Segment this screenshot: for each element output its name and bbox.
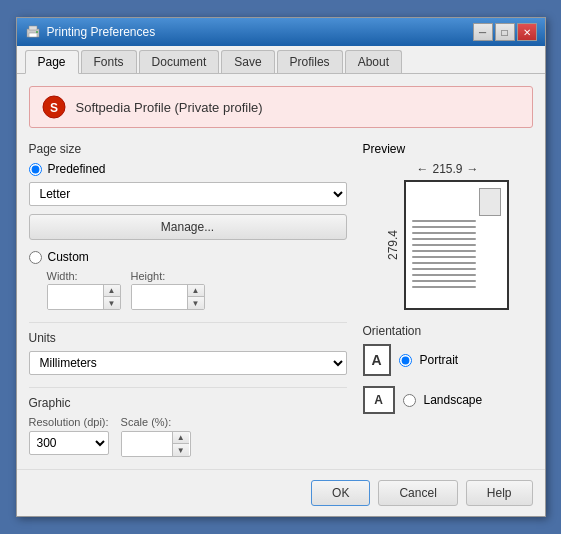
scale-field: Scale (%): 100 ▲ ▼ xyxy=(121,416,191,457)
preview-page-row: 279.4 xyxy=(386,180,509,310)
scale-spinner: 100 ▲ ▼ xyxy=(121,431,191,457)
predefined-radio[interactable] xyxy=(29,163,42,176)
close-button[interactable]: ✕ xyxy=(517,23,537,41)
units-label: Units xyxy=(29,331,347,345)
portrait-option: A Portrait xyxy=(363,344,533,376)
scale-input[interactable]: 100 xyxy=(122,432,172,456)
predefined-label[interactable]: Predefined xyxy=(48,162,106,176)
svg-rect-1 xyxy=(29,26,37,30)
manage-button[interactable]: Manage... xyxy=(29,214,347,240)
tab-fonts[interactable]: Fonts xyxy=(81,50,137,73)
scale-down-btn[interactable]: ▼ xyxy=(173,444,189,456)
landscape-icon: A xyxy=(363,386,395,414)
width-dimension: 215.9 xyxy=(432,162,462,176)
tab-about[interactable]: About xyxy=(345,50,402,73)
tab-document[interactable]: Document xyxy=(139,50,220,73)
left-panel: Page size Predefined Letter A4 A3 Legal xyxy=(29,142,347,457)
height-spinner: 279.4 ▲ ▼ xyxy=(131,284,205,310)
softpedia-icon: S xyxy=(42,95,66,119)
width-label: Width: xyxy=(47,270,121,282)
text-line-5 xyxy=(412,244,476,246)
ok-button[interactable]: OK xyxy=(311,480,370,506)
height-down-btn[interactable]: ▼ xyxy=(188,297,204,309)
width-spinner: 215.9 ▲ ▼ xyxy=(47,284,121,310)
svg-text:S: S xyxy=(49,101,57,115)
main-layout: Page size Predefined Letter A4 A3 Legal xyxy=(29,142,533,457)
preview-width-label: ← 215.9 → xyxy=(416,162,478,176)
landscape-label[interactable]: Landscape xyxy=(424,393,483,407)
title-bar-left: Printing Preferences xyxy=(25,24,156,40)
tab-save[interactable]: Save xyxy=(221,50,274,73)
graphic-section: Graphic Resolution (dpi): 300 600 1200 1… xyxy=(29,396,347,457)
preview-area: ← 215.9 → 279.4 xyxy=(363,162,533,310)
portrait-radio[interactable] xyxy=(399,354,412,367)
height-up-btn[interactable]: ▲ xyxy=(188,285,204,297)
title-bar-controls: ─ □ ✕ xyxy=(473,23,537,41)
separator1 xyxy=(29,322,347,323)
preview-text-lines xyxy=(412,188,476,302)
footer: OK Cancel Help xyxy=(17,469,545,516)
dimensions-row: Width: 215.9 ▲ ▼ Height: 279.4 xyxy=(47,270,347,310)
page-size-label: Page size xyxy=(29,142,347,156)
resolution-field: Resolution (dpi): 300 600 1200 150 xyxy=(29,416,109,457)
width-field: Width: 215.9 ▲ ▼ xyxy=(47,270,121,310)
custom-radio[interactable] xyxy=(29,251,42,264)
width-up-btn[interactable]: ▲ xyxy=(104,285,120,297)
custom-label[interactable]: Custom xyxy=(48,250,89,264)
tab-page[interactable]: Page xyxy=(25,50,79,74)
text-line-7 xyxy=(412,256,476,258)
height-field: Height: 279.4 ▲ ▼ xyxy=(131,270,205,310)
graphic-row: Resolution (dpi): 300 600 1200 150 Scale… xyxy=(29,416,347,457)
portrait-label[interactable]: Portrait xyxy=(420,353,459,367)
size-dropdown-row: Letter A4 A3 Legal xyxy=(29,182,347,206)
width-spinner-btns: ▲ ▼ xyxy=(103,285,120,309)
maximize-button[interactable]: □ xyxy=(495,23,515,41)
height-dimension: 279.4 xyxy=(386,230,400,260)
help-button[interactable]: Help xyxy=(466,480,533,506)
tab-profiles[interactable]: Profiles xyxy=(277,50,343,73)
text-line-3 xyxy=(412,232,476,234)
minimize-button[interactable]: ─ xyxy=(473,23,493,41)
svg-point-3 xyxy=(36,31,38,33)
graphic-label: Graphic xyxy=(29,396,347,410)
text-line-6 xyxy=(412,250,476,252)
preview-height-label: 279.4 xyxy=(386,180,400,310)
main-content: S Softpedia Profile (Private profile) Pa… xyxy=(17,74,545,469)
scale-label: Scale (%): xyxy=(121,416,191,428)
preview-section: Preview ← 215.9 → 279.4 xyxy=(363,142,533,310)
window-title: Printing Preferences xyxy=(47,25,156,39)
landscape-radio[interactable] xyxy=(403,394,416,407)
preview-label: Preview xyxy=(363,142,533,156)
width-input[interactable]: 215.9 xyxy=(48,285,103,309)
text-line-4 xyxy=(412,238,476,240)
preview-page xyxy=(404,180,509,310)
width-down-btn[interactable]: ▼ xyxy=(104,297,120,309)
units-select[interactable]: Millimeters Inches Points Picas xyxy=(29,351,347,375)
cancel-button[interactable]: Cancel xyxy=(378,480,457,506)
text-line-2 xyxy=(412,226,476,228)
resolution-label: Resolution (dpi): xyxy=(29,416,109,428)
height-input[interactable]: 279.4 xyxy=(132,285,187,309)
scale-spinner-btns: ▲ ▼ xyxy=(172,432,189,456)
scale-up-btn[interactable]: ▲ xyxy=(173,432,189,444)
separator2 xyxy=(29,387,347,388)
landscape-option: A Landscape xyxy=(363,386,533,414)
arrow-right: → xyxy=(467,162,479,176)
title-bar: Printing Preferences ─ □ ✕ xyxy=(17,18,545,46)
orientation-section: Orientation A Portrait A Landscape xyxy=(363,324,533,414)
arrow-left: ← xyxy=(416,162,428,176)
right-panel: Preview ← 215.9 → 279.4 xyxy=(363,142,533,457)
text-line-11 xyxy=(412,280,476,282)
portrait-icon: A xyxy=(363,344,391,376)
height-spinner-btns: ▲ ▼ xyxy=(187,285,204,309)
resolution-select[interactable]: 300 600 1200 150 xyxy=(29,431,109,455)
size-select[interactable]: Letter A4 A3 Legal xyxy=(29,182,347,206)
custom-radio-row: Custom xyxy=(29,250,347,264)
text-line-8 xyxy=(412,262,476,264)
predefined-radio-row: Predefined xyxy=(29,162,347,176)
orientation-label: Orientation xyxy=(363,324,533,338)
height-label: Height: xyxy=(131,270,205,282)
profile-name: Softpedia Profile (Private profile) xyxy=(76,100,263,115)
text-line-12 xyxy=(412,286,476,288)
text-line-9 xyxy=(412,268,476,270)
